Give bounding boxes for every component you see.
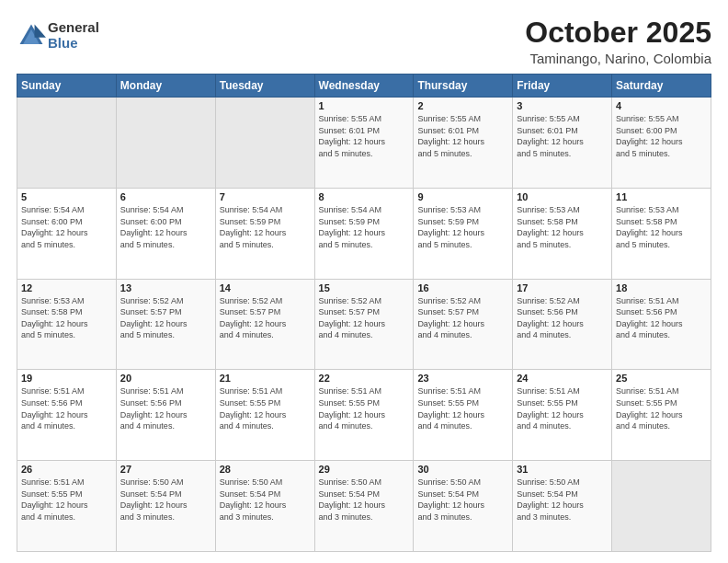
day-info: Sunrise: 5:55 AM Sunset: 6:01 PM Dayligh… (517, 113, 608, 159)
day-number: 21 (220, 373, 311, 384)
weekday-header-tuesday: Tuesday (215, 75, 314, 98)
calendar-cell: 5Sunrise: 5:54 AM Sunset: 6:00 PM Daylig… (17, 188, 117, 279)
day-info: Sunrise: 5:52 AM Sunset: 5:56 PM Dayligh… (517, 295, 608, 341)
calendar-cell: 22Sunrise: 5:51 AM Sunset: 5:55 PM Dayli… (314, 370, 414, 461)
calendar-week-row: 12Sunrise: 5:53 AM Sunset: 5:58 PM Dayli… (17, 279, 711, 370)
day-number: 19 (21, 373, 112, 384)
calendar-cell: 26Sunrise: 5:51 AM Sunset: 5:55 PM Dayli… (17, 461, 117, 552)
weekday-header-thursday: Thursday (414, 75, 513, 98)
calendar-cell: 23Sunrise: 5:51 AM Sunset: 5:55 PM Dayli… (414, 370, 513, 461)
title-block: October 2025 Taminango, Narino, Colombia (525, 17, 711, 66)
day-number: 12 (21, 282, 112, 293)
day-number: 4 (616, 100, 707, 111)
day-info: Sunrise: 5:54 AM Sunset: 5:59 PM Dayligh… (319, 204, 410, 250)
weekday-header-sunday: Sunday (17, 75, 117, 98)
calendar-cell: 20Sunrise: 5:51 AM Sunset: 5:56 PM Dayli… (116, 370, 215, 461)
svg-marker-2 (35, 24, 46, 37)
calendar-cell: 4Sunrise: 5:55 AM Sunset: 6:00 PM Daylig… (612, 98, 711, 189)
calendar-cell: 6Sunrise: 5:54 AM Sunset: 6:00 PM Daylig… (116, 188, 215, 279)
calendar-cell: 2Sunrise: 5:55 AM Sunset: 6:01 PM Daylig… (414, 98, 513, 189)
day-info: Sunrise: 5:50 AM Sunset: 5:54 PM Dayligh… (417, 477, 508, 523)
day-info: Sunrise: 5:52 AM Sunset: 5:57 PM Dayligh… (319, 295, 410, 341)
day-number: 30 (417, 464, 508, 475)
day-info: Sunrise: 5:51 AM Sunset: 5:55 PM Dayligh… (21, 477, 112, 523)
weekday-header-monday: Monday (116, 75, 215, 98)
calendar-cell: 7Sunrise: 5:54 AM Sunset: 5:59 PM Daylig… (215, 188, 314, 279)
day-info: Sunrise: 5:51 AM Sunset: 5:56 PM Dayligh… (616, 295, 707, 341)
location: Taminango, Narino, Colombia (525, 51, 711, 66)
calendar-cell: 9Sunrise: 5:53 AM Sunset: 5:59 PM Daylig… (414, 188, 513, 279)
day-number: 31 (517, 464, 608, 475)
day-number: 22 (319, 373, 410, 384)
day-number: 9 (417, 191, 508, 202)
calendar-cell: 31Sunrise: 5:50 AM Sunset: 5:54 PM Dayli… (513, 461, 612, 552)
calendar-week-row: 26Sunrise: 5:51 AM Sunset: 5:55 PM Dayli… (17, 461, 711, 552)
calendar-table: SundayMondayTuesdayWednesdayThursdayFrid… (17, 74, 711, 552)
calendar-cell: 27Sunrise: 5:50 AM Sunset: 5:54 PM Dayli… (116, 461, 215, 552)
day-info: Sunrise: 5:55 AM Sunset: 6:01 PM Dayligh… (319, 113, 410, 159)
day-info: Sunrise: 5:50 AM Sunset: 5:54 PM Dayligh… (220, 477, 311, 523)
logo-icon (17, 21, 46, 51)
day-info: Sunrise: 5:50 AM Sunset: 5:54 PM Dayligh… (517, 477, 608, 523)
calendar-cell (17, 98, 117, 189)
day-number: 14 (220, 282, 311, 293)
day-number: 24 (517, 373, 608, 384)
calendar-cell: 11Sunrise: 5:53 AM Sunset: 5:58 PM Dayli… (612, 188, 711, 279)
day-info: Sunrise: 5:53 AM Sunset: 5:58 PM Dayligh… (616, 204, 707, 250)
calendar-cell (612, 461, 711, 552)
weekday-header-wednesday: Wednesday (314, 75, 414, 98)
day-info: Sunrise: 5:53 AM Sunset: 5:58 PM Dayligh… (21, 295, 112, 341)
calendar-cell: 13Sunrise: 5:52 AM Sunset: 5:57 PM Dayli… (116, 279, 215, 370)
calendar-cell: 10Sunrise: 5:53 AM Sunset: 5:58 PM Dayli… (513, 188, 612, 279)
day-number: 17 (517, 282, 608, 293)
day-info: Sunrise: 5:51 AM Sunset: 5:55 PM Dayligh… (319, 385, 410, 431)
day-info: Sunrise: 5:54 AM Sunset: 6:00 PM Dayligh… (120, 204, 211, 250)
calendar-cell: 29Sunrise: 5:50 AM Sunset: 5:54 PM Dayli… (314, 461, 414, 552)
calendar-cell (215, 98, 314, 189)
weekday-header-friday: Friday (513, 75, 612, 98)
day-number: 10 (517, 191, 608, 202)
calendar-cell: 28Sunrise: 5:50 AM Sunset: 5:54 PM Dayli… (215, 461, 314, 552)
day-number: 1 (319, 100, 410, 111)
day-number: 25 (616, 373, 707, 384)
calendar-week-row: 5Sunrise: 5:54 AM Sunset: 6:00 PM Daylig… (17, 188, 711, 279)
day-number: 27 (120, 464, 211, 475)
calendar-cell: 12Sunrise: 5:53 AM Sunset: 5:58 PM Dayli… (17, 279, 117, 370)
day-info: Sunrise: 5:52 AM Sunset: 5:57 PM Dayligh… (220, 295, 311, 341)
day-number: 3 (517, 100, 608, 111)
logo-general: General (48, 20, 99, 36)
calendar-cell: 3Sunrise: 5:55 AM Sunset: 6:01 PM Daylig… (513, 98, 612, 189)
day-number: 6 (120, 191, 211, 202)
day-info: Sunrise: 5:51 AM Sunset: 5:55 PM Dayligh… (417, 385, 508, 431)
calendar-cell: 25Sunrise: 5:51 AM Sunset: 5:55 PM Dayli… (612, 370, 711, 461)
calendar-cell (116, 98, 215, 189)
day-info: Sunrise: 5:55 AM Sunset: 6:01 PM Dayligh… (417, 113, 508, 159)
day-info: Sunrise: 5:51 AM Sunset: 5:55 PM Dayligh… (220, 385, 311, 431)
calendar-week-row: 19Sunrise: 5:51 AM Sunset: 5:56 PM Dayli… (17, 370, 711, 461)
day-info: Sunrise: 5:51 AM Sunset: 5:56 PM Dayligh… (21, 385, 112, 431)
day-info: Sunrise: 5:54 AM Sunset: 5:59 PM Dayligh… (220, 204, 311, 250)
day-info: Sunrise: 5:51 AM Sunset: 5:56 PM Dayligh… (120, 385, 211, 431)
day-number: 8 (319, 191, 410, 202)
calendar-cell: 14Sunrise: 5:52 AM Sunset: 5:57 PM Dayli… (215, 279, 314, 370)
calendar-cell: 19Sunrise: 5:51 AM Sunset: 5:56 PM Dayli… (17, 370, 117, 461)
day-number: 2 (417, 100, 508, 111)
page: General Blue October 2025 Taminango, Nar… (0, 0, 728, 563)
header: General Blue October 2025 Taminango, Nar… (17, 17, 711, 66)
month-title: October 2025 (525, 17, 711, 49)
calendar-cell: 1Sunrise: 5:55 AM Sunset: 6:01 PM Daylig… (314, 98, 414, 189)
calendar-week-row: 1Sunrise: 5:55 AM Sunset: 6:01 PM Daylig… (17, 98, 711, 189)
logo-blue: Blue (48, 36, 99, 52)
day-info: Sunrise: 5:52 AM Sunset: 5:57 PM Dayligh… (120, 295, 211, 341)
day-number: 18 (616, 282, 707, 293)
logo-text: General Blue (48, 20, 99, 51)
day-info: Sunrise: 5:52 AM Sunset: 5:57 PM Dayligh… (417, 295, 508, 341)
day-number: 28 (220, 464, 311, 475)
calendar-cell: 24Sunrise: 5:51 AM Sunset: 5:55 PM Dayli… (513, 370, 612, 461)
day-info: Sunrise: 5:53 AM Sunset: 5:59 PM Dayligh… (417, 204, 508, 250)
calendar-cell: 8Sunrise: 5:54 AM Sunset: 5:59 PM Daylig… (314, 188, 414, 279)
logo: General Blue (17, 20, 99, 51)
day-number: 11 (616, 191, 707, 202)
calendar-cell: 21Sunrise: 5:51 AM Sunset: 5:55 PM Dayli… (215, 370, 314, 461)
day-number: 5 (21, 191, 112, 202)
